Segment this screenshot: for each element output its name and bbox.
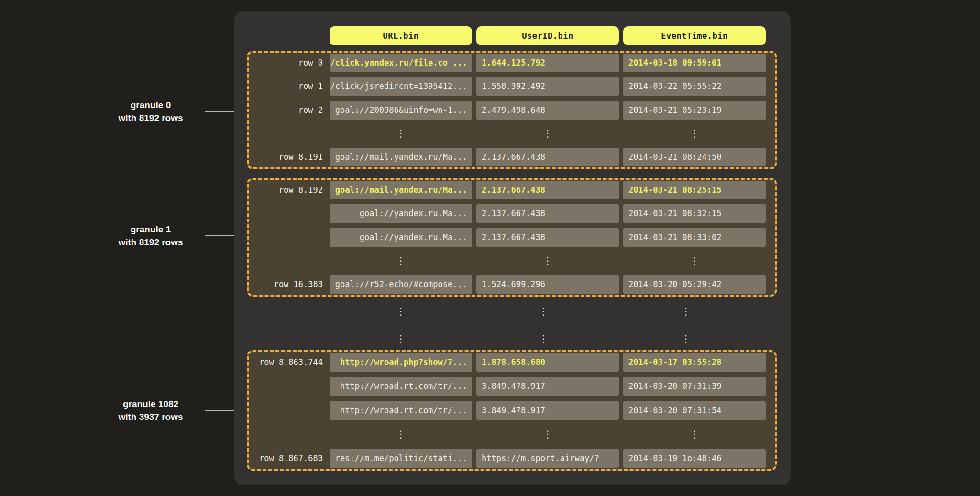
table-row: goal://yandex.ru.Ma...2.137.667.4382014-… <box>249 228 775 247</box>
table-row: row 8.863.744http://wroad.php?show/7...1… <box>249 353 775 372</box>
row-index-label <box>249 228 330 247</box>
row-index-label <box>249 124 330 143</box>
row-index-label <box>249 204 330 223</box>
userid-cell: 2.137.667.438 <box>476 204 619 223</box>
eventtime-cell: 2014-03-20 07:31:54 <box>623 401 766 420</box>
column-header-url-bin: URL.bin <box>330 26 472 45</box>
userid-cell: 1.524.699.296 <box>476 275 619 294</box>
eventtime-cell: 2014-03-21 08:24:50 <box>623 148 766 166</box>
granule-label: granule 0 with 8192 rows <box>96 99 206 124</box>
userid-cell: 2.137.667.438 <box>476 148 619 166</box>
between-granules-ellipsis: ⋮ ⋮ ⋮ <box>330 330 757 348</box>
eventtime-cell: 2014-03-20 05:29:42 <box>623 275 766 294</box>
row-index-label: row 8.192 <box>249 181 330 199</box>
userid-cell: 2.137.667.438 <box>476 181 619 199</box>
row-index-label <box>249 377 330 396</box>
ellipsis-row: ⋮⋮⋮ <box>249 425 775 444</box>
userid-cell: 3.849.478.917 <box>476 377 619 396</box>
column-header-userid-bin: UserID.bin <box>476 26 619 45</box>
granule-box: row 8.192goal://mail.yandex.ru/Ma...2.13… <box>247 178 777 297</box>
table-row: row 16.383goal://r52-echo/#compose...1.5… <box>249 275 775 294</box>
table-row: http://wroad.rt.com/tr/...3.849.478.9172… <box>249 377 775 396</box>
vertical-ellipsis: ⋮ <box>615 302 757 321</box>
clickhouse-granules-diagram: granule 0 with 8192 rows granule 1 with … <box>0 0 980 496</box>
column-header-eventtime-bin: EventTime.bin <box>623 26 766 45</box>
vertical-ellipsis: ⋮ <box>476 124 619 143</box>
granule-label-line2: with 8192 rows <box>96 111 206 124</box>
vertical-ellipsis: ⋮ <box>330 124 472 143</box>
vertical-ellipsis: ⋮ <box>623 124 766 143</box>
table-row: row 1/click/jsredircnt=1395412...1.558.3… <box>249 77 775 96</box>
vertical-ellipsis: ⋮ <box>330 252 472 270</box>
granule-label: granule 1082 with 3937 rows <box>96 397 206 423</box>
userid-cell: 2.137.667.438 <box>476 228 619 247</box>
table-row: http://wroad.rt.com/tr/...3.849.478.9172… <box>249 401 775 420</box>
granule-box: row 8.863.744http://wroad.php?show/7...1… <box>247 350 777 471</box>
table-row: row 8.867.680res://m.me/politic/stati...… <box>249 449 775 468</box>
vertical-ellipsis: ⋮ <box>330 330 472 348</box>
ellipsis-row: ⋮⋮⋮ <box>249 124 775 143</box>
table-row: row 8.191goal://mail.yandex.ru/Ma...2.13… <box>249 148 775 166</box>
url-cell: /click.yandex.ru/file.co ... <box>330 54 472 72</box>
granule-label-line1: granule 0 <box>96 99 206 111</box>
url-cell: goal://mail.yandex.ru/Ma... <box>330 181 472 199</box>
row-index-label: row 2 <box>249 101 330 120</box>
userid-cell: 2.479.498.648 <box>476 101 619 120</box>
userid-cell: 1.558.392.492 <box>476 77 619 96</box>
url-cell: goal://yandex.ru.Ma... <box>330 228 472 247</box>
ellipsis-row: ⋮⋮⋮ <box>249 252 775 270</box>
between-granules-ellipsis: ⋮ ⋮ ⋮ <box>330 302 757 321</box>
table-row: row 0/click.yandex.ru/file.co ...1.644.1… <box>249 54 775 72</box>
eventtime-cell: 2014-03-22 05:55:22 <box>623 77 766 96</box>
granule-label-line1: granule 1082 <box>96 397 206 410</box>
table-row: goal://yandex.ru.Ma...2.137.667.4382014-… <box>249 204 775 223</box>
granule-label-line2: with 3937 rows <box>96 410 206 423</box>
granule-label: granule 1 with 8192 rows <box>96 223 206 249</box>
url-cell: goal://r52-echo/#compose... <box>330 275 472 294</box>
eventtime-cell: 2014-03-19 1o:48:46 <box>623 449 766 468</box>
row-index-label: row 16.383 <box>249 275 330 294</box>
vertical-ellipsis: ⋮ <box>476 425 619 444</box>
vertical-ellipsis: ⋮ <box>472 330 615 348</box>
granule-label-line2: with 8192 rows <box>96 236 206 249</box>
granule-box: row 0/click.yandex.ru/file.co ...1.644.1… <box>247 51 777 169</box>
vertical-ellipsis: ⋮ <box>476 252 619 270</box>
column-headers: URL.bin UserID.bin EventTime.bin <box>330 26 766 45</box>
url-cell: http://wroad.rt.com/tr/... <box>330 401 472 420</box>
url-cell: res://m.me/politic/stati... <box>330 449 472 468</box>
url-cell: http://wroad.rt.com/tr/... <box>330 377 472 396</box>
vertical-ellipsis: ⋮ <box>623 252 766 270</box>
eventtime-cell: 2014-03-20 07:31:39 <box>623 377 766 396</box>
vertical-ellipsis: ⋮ <box>623 425 766 444</box>
eventtime-cell: 2014-03-21 05:23:19 <box>623 101 766 120</box>
vertical-ellipsis: ⋮ <box>330 302 472 321</box>
eventtime-cell: 2014-03-21 08:33:02 <box>623 228 766 247</box>
granule-label-line1: granule 1 <box>96 223 206 236</box>
eventtime-cell: 2014-03-18 09:59:01 <box>623 54 766 72</box>
vertical-ellipsis: ⋮ <box>472 302 615 321</box>
vertical-ellipsis: ⋮ <box>615 330 757 348</box>
eventtime-cell: 2014-03-21 08:32:15 <box>623 204 766 223</box>
eventtime-cell: 2014-03-21 08:25:15 <box>623 181 766 199</box>
row-index-label <box>249 252 330 270</box>
userid-cell: 1.644.125.792 <box>476 54 619 72</box>
row-index-label: row 1 <box>249 77 330 96</box>
row-index-label <box>249 401 330 420</box>
url-cell: goal://200986&uinfo=wn-1... <box>330 101 472 120</box>
table-row: row 8.192goal://mail.yandex.ru/Ma...2.13… <box>249 181 775 199</box>
userid-cell: https://m.sport.airway/? <box>476 449 619 468</box>
data-part-panel: URL.bin UserID.bin EventTime.bin row 0/c… <box>234 11 791 485</box>
eventtime-cell: 2014-03-17 03:55:28 <box>623 353 766 372</box>
url-cell: goal://yandex.ru.Ma... <box>330 204 472 223</box>
url-cell: http://wroad.php?show/7... <box>330 353 472 372</box>
url-cell: /click/jsredircnt=1395412... <box>330 77 472 96</box>
row-index-label: row 8.191 <box>249 148 330 166</box>
userid-cell: 1.878.658.680 <box>476 353 619 372</box>
row-index-label: row 8.863.744 <box>249 353 330 372</box>
url-cell: goal://mail.yandex.ru/Ma... <box>330 148 472 166</box>
row-index-label: row 8.867.680 <box>249 449 330 468</box>
userid-cell: 3.849.478.917 <box>476 401 619 420</box>
row-index-label: row 0 <box>249 54 330 72</box>
row-index-label <box>249 425 330 444</box>
table-row: row 2goal://200986&uinfo=wn-1...2.479.49… <box>249 101 775 120</box>
